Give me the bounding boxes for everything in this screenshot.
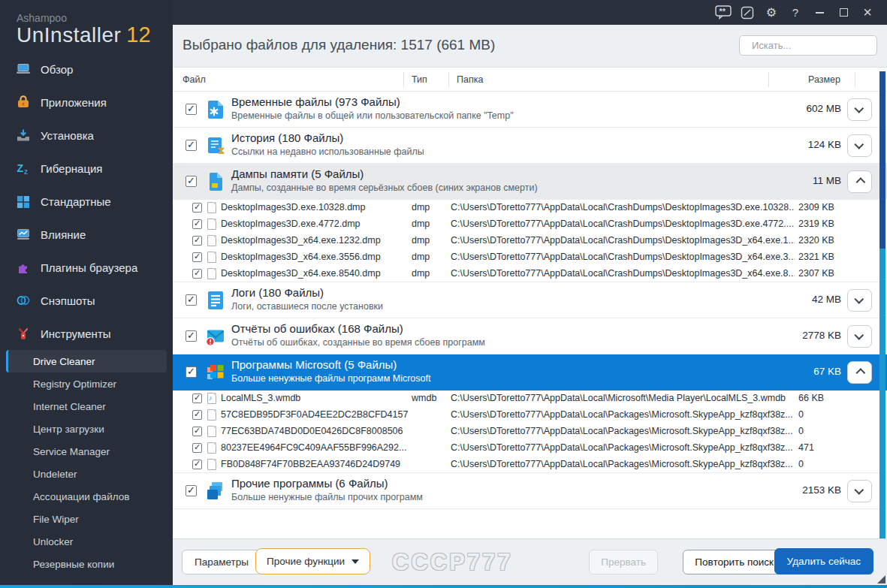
titlebar: **⚙?× bbox=[173, 0, 887, 25]
repeat-search-button[interactable]: Повторить поиск bbox=[683, 550, 786, 574]
scrollbar-thumb[interactable] bbox=[879, 71, 885, 249]
sidebar-tool-item-4[interactable]: Центр загрузки bbox=[0, 418, 173, 440]
file-checkbox[interactable] bbox=[192, 410, 202, 420]
sidebar-tool-item-9[interactable]: Unlocker bbox=[0, 530, 173, 553]
file-type: dmp bbox=[412, 252, 430, 262]
file-row[interactable]: 80237EE4964FC9C409AAF55BF996A292...C:\Us… bbox=[173, 440, 887, 457]
group-title: Программы Microsoft (5 Файлы) bbox=[231, 358, 782, 371]
file-checkbox[interactable] bbox=[192, 252, 202, 262]
group-title: Отчёты об ошибках (168 Файлы) bbox=[231, 322, 782, 335]
group-checkbox[interactable] bbox=[186, 294, 197, 306]
group-checkbox[interactable] bbox=[186, 104, 197, 115]
expand-button[interactable] bbox=[847, 289, 872, 312]
search-box[interactable] bbox=[739, 35, 877, 56]
file-path: C:\Users\DToretto777\AppData\Local\Crash… bbox=[451, 268, 795, 279]
sidebar-item-8[interactable]: Снэпшоты bbox=[0, 284, 173, 317]
file-row[interactable]: 77EC63BDA74BD0D0E0426DC8F8008506C:\Users… bbox=[173, 424, 887, 440]
file-checkbox[interactable] bbox=[192, 443, 202, 453]
file-row[interactable]: FB0D848F74F70BB2EAA93746D24D9749C:\Users… bbox=[173, 457, 887, 473]
sidebar-tool-item-8[interactable]: File Wiper bbox=[0, 508, 173, 530]
file-row[interactable]: 57C8EDB95DF3F0AD4EE2DC2B8CFD4157C:\Users… bbox=[173, 407, 887, 424]
sidebar-item-label: Стандартные bbox=[41, 195, 111, 208]
abort-button[interactable]: Прервать bbox=[589, 550, 658, 574]
sidebar-item-5[interactable]: Стандартные bbox=[0, 185, 173, 218]
expand-button[interactable] bbox=[847, 134, 872, 157]
sidebar-tool-item-3[interactable]: Internet Cleaner bbox=[0, 395, 173, 418]
file-row[interactable]: DesktopImages3D.exe.4772.dmpdmpC:\Users\… bbox=[173, 216, 887, 233]
column-header-file[interactable]: Файл bbox=[183, 74, 206, 85]
maximize-icon[interactable] bbox=[831, 0, 855, 25]
resize-grip[interactable] bbox=[877, 575, 885, 583]
file-checkbox[interactable] bbox=[192, 460, 202, 469]
scrollbar[interactable] bbox=[879, 71, 885, 538]
sidebar-tool-item-5[interactable]: Service Manager bbox=[0, 440, 173, 463]
sidebar-item-3[interactable]: Установка bbox=[0, 119, 173, 152]
file-row[interactable]: DesktopImages3D_x64.exe.1232.dmpdmpC:\Us… bbox=[173, 233, 887, 249]
sidebar-item-7[interactable]: Плагины браузера bbox=[0, 251, 173, 284]
expand-button[interactable] bbox=[847, 98, 872, 121]
group-row[interactable]: Программы Microsoft (5 Файлы)Больше нену… bbox=[173, 354, 887, 390]
file-icon bbox=[207, 252, 216, 263]
column-header-size[interactable]: Размер bbox=[808, 74, 840, 85]
group-checkbox[interactable] bbox=[186, 176, 197, 187]
sidebar-tool-item-7[interactable]: Ассоциации файлов bbox=[0, 485, 173, 508]
file-checkbox[interactable] bbox=[192, 203, 202, 213]
column-header-type[interactable]: Тип bbox=[412, 74, 427, 85]
group-row[interactable]: Логи (180 Файлы)Логи, оставшиеся после у… bbox=[173, 282, 887, 318]
music-note-icon: ♪ bbox=[209, 394, 213, 402]
group-checkbox[interactable] bbox=[186, 140, 197, 151]
feedback-icon[interactable]: ** bbox=[711, 0, 735, 25]
sidebar-item-6[interactable]: Влияние bbox=[0, 218, 173, 251]
file-checkbox[interactable] bbox=[192, 236, 202, 246]
group-row[interactable]: Отчёты об ошибках (168 Файлы)Отчёты об о… bbox=[173, 318, 887, 354]
search-input[interactable] bbox=[750, 39, 885, 52]
sidebar-tool-item-2[interactable]: Registry Optimizer bbox=[0, 372, 173, 395]
expand-button[interactable] bbox=[847, 325, 872, 348]
sidebar-tool-label: Internet Cleaner bbox=[33, 401, 106, 412]
other-functions-button[interactable]: Прочие функции bbox=[255, 548, 370, 574]
sidebar-tool-item-1[interactable]: Drive Cleaner bbox=[6, 350, 167, 372]
note-icon[interactable] bbox=[735, 0, 759, 25]
svg-text:Z: Z bbox=[17, 162, 24, 174]
sidebar-item-label: Установка bbox=[41, 129, 94, 142]
sidebar-tool-item-10[interactable]: Резервные копии bbox=[0, 553, 173, 575]
group-checkbox[interactable] bbox=[186, 485, 197, 496]
file-icon bbox=[207, 459, 216, 470]
expand-button[interactable] bbox=[847, 480, 872, 502]
group-row[interactable]: Дампы памяти (5 Файлы)Дампы, созданные в… bbox=[173, 164, 887, 200]
file-row[interactable]: DesktopImages3D.exe.10328.dmpdmpC:\Users… bbox=[173, 200, 887, 216]
sidebar-tool-item-6[interactable]: Undeleter bbox=[0, 463, 173, 485]
file-checkbox[interactable] bbox=[192, 394, 202, 403]
sidebar-item-4[interactable]: ZzГибернация bbox=[0, 152, 173, 185]
collapse-button[interactable] bbox=[847, 170, 872, 193]
file-checkbox[interactable] bbox=[192, 427, 202, 436]
group-checkbox[interactable] bbox=[186, 330, 197, 342]
group-checkbox[interactable] bbox=[186, 366, 197, 378]
close-icon[interactable]: × bbox=[855, 0, 879, 25]
delete-now-button[interactable]: Удалить сейчас bbox=[774, 548, 873, 574]
file-name: DesktopImages3D.exe.10328.dmp bbox=[221, 202, 365, 213]
file-name: FB0D848F74F70BB2EAA93746D24D9749 bbox=[221, 459, 400, 469]
group-row[interactable]: История (180 Файлы)Ссылки на недавно исп… bbox=[173, 128, 887, 164]
parameters-button[interactable]: Параметры bbox=[182, 550, 261, 574]
temp-file-icon bbox=[204, 98, 227, 121]
sidebar-item-2[interactable]: Приложения bbox=[0, 86, 173, 119]
collapse-button[interactable] bbox=[847, 361, 872, 384]
column-header-folder[interactable]: Папка bbox=[457, 74, 483, 85]
sidebar-tool-label: File Wiper bbox=[33, 514, 79, 525]
file-row[interactable]: ♪LocalMLS_3.wmdbwmdbC:\Users\DToretto777… bbox=[173, 390, 887, 407]
sidebar-item-9[interactable]: Инструменты bbox=[0, 317, 173, 350]
help-icon[interactable]: ? bbox=[783, 0, 807, 25]
file-name: DesktopImages3D_x64.exe.8540.dmp bbox=[221, 268, 381, 279]
minimize-icon[interactable] bbox=[807, 0, 831, 25]
file-row[interactable]: DesktopImages3D_x64.exe.8540.dmpdmpC:\Us… bbox=[173, 266, 887, 282]
file-checkbox[interactable] bbox=[192, 269, 202, 279]
settings-icon[interactable]: ⚙ bbox=[759, 0, 783, 25]
file-row[interactable]: DesktopImages3D_x64.exe.3556.dmpdmpC:\Us… bbox=[173, 249, 887, 266]
file-icon bbox=[207, 235, 216, 246]
file-checkbox[interactable] bbox=[192, 219, 202, 229]
sidebar-item-1[interactable]: Обзор bbox=[0, 53, 173, 86]
group-row[interactable]: Временные файлы (973 Файлы)Временные фай… bbox=[173, 92, 887, 128]
group-row[interactable]: Прочие программы (6 Файлы)Больше ненужны… bbox=[173, 473, 887, 509]
file-path: C:\Users\DToretto777\AppData\Local\Crash… bbox=[451, 252, 795, 262]
